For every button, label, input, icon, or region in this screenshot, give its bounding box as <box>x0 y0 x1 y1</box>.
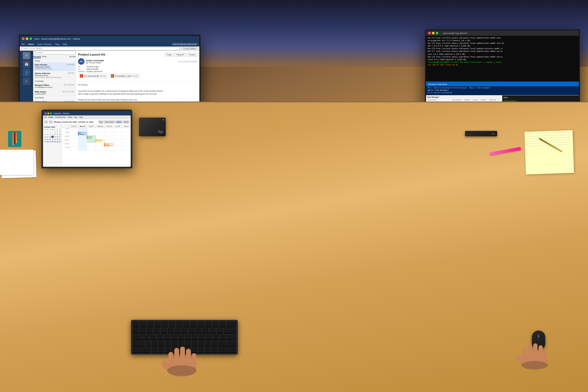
key-f8[interactable] <box>190 321 197 327</box>
cal-tab-home[interactable]: Home <box>48 116 53 118</box>
ribbon-file[interactable]: File <box>21 43 25 45</box>
cal-prev-btn[interactable]: < <box>44 121 48 123</box>
key-tab[interactable] <box>133 334 142 340</box>
key-o[interactable] <box>199 334 205 340</box>
cal-max[interactable] <box>50 112 52 114</box>
cal-event-lunch[interactable]: Lunch Meeting <box>105 143 113 147</box>
key-u[interactable] <box>185 334 191 340</box>
key-semicolon[interactable] <box>205 341 211 347</box>
cal-tab-file[interactable]: File <box>44 116 47 118</box>
key-bracket-r[interactable] <box>220 334 226 340</box>
key-minus[interactable] <box>210 328 216 334</box>
mcal-d13[interactable]: 9 <box>56 133 59 135</box>
mcal-d8[interactable]: 4 <box>44 133 46 135</box>
ribbon-view[interactable]: View <box>55 43 59 45</box>
cal-tab-send[interactable]: Send/Receive <box>55 116 66 118</box>
focused-tab[interactable]: Focused <box>33 56 41 58</box>
key-f4[interactable] <box>161 321 168 327</box>
key-t[interactable] <box>171 334 177 340</box>
mcal-d18-today[interactable]: 14 <box>51 136 53 138</box>
mcal-d7[interactable]: 3 <box>59 131 61 133</box>
key-3[interactable] <box>153 328 160 334</box>
mcal-d15[interactable]: 11 <box>44 136 46 138</box>
mcal-d19[interactable]: 15 <box>54 136 56 138</box>
cal-month-view[interactable]: Month <box>123 121 130 123</box>
calendar-nav-icon[interactable]: 📅 <box>23 60 30 68</box>
mcal-d33[interactable]: 29 <box>54 141 56 143</box>
close-btn[interactable] <box>22 37 25 40</box>
mcal-d2[interactable] <box>47 131 49 133</box>
mcal-d27[interactable]: 23 <box>56 138 59 140</box>
contacts-nav-icon[interactable]: 👤 <box>23 69 30 76</box>
tab-users[interactable]: Users <box>472 99 479 101</box>
other-tab[interactable]: Other <box>42 56 47 58</box>
by-date-btn[interactable]: By Date <box>69 56 76 58</box>
mcal-d6[interactable]: 2 <box>56 131 59 133</box>
ribbon-help[interactable]: Help <box>63 43 67 45</box>
mcal-d17[interactable]: 13 <box>49 136 51 138</box>
email-item-sylvia[interactable]: 9:55 AM Sylvia Johnson Marketing Notes H… <box>33 71 76 80</box>
key-f3[interactable] <box>154 321 161 327</box>
mcal-d14[interactable]: 10 <box>59 133 61 135</box>
mcal-d3[interactable] <box>49 131 51 133</box>
email-item-meagan[interactable]: Mon 3:30 PM Meagan Hilton Presentation a… <box>33 83 76 90</box>
terminal-close[interactable] <box>428 32 431 34</box>
cal-event-standup[interactable]: Team Standup <box>79 132 87 135</box>
mcal-d5[interactable]: 1 <box>54 131 56 133</box>
key-backspace[interactable] <box>223 328 236 334</box>
key-e[interactable] <box>157 334 163 340</box>
search-current-mailbox[interactable]: Search Current Mailbox <box>21 47 180 50</box>
minimize-btn[interactable] <box>26 37 28 40</box>
key-4[interactable] <box>161 328 167 334</box>
tab-services[interactable]: Services <box>488 99 497 101</box>
cal-min[interactable] <box>47 112 49 114</box>
mcal-d29[interactable]: 25 <box>44 141 46 143</box>
key-s[interactable] <box>152 341 158 347</box>
key-esc[interactable] <box>133 321 139 327</box>
key-bracket-l[interactable] <box>213 334 219 340</box>
key-a[interactable] <box>145 341 152 347</box>
key-f2[interactable] <box>147 321 154 327</box>
search-input[interactable]: 🔍 Search <box>33 51 76 55</box>
ribbon-send-receive[interactable]: Send / Receive <box>37 43 52 45</box>
cal-close[interactable] <box>45 112 47 114</box>
reply-all-button[interactable]: Reply All <box>175 53 185 56</box>
key-8[interactable] <box>188 328 195 334</box>
mcal-d10[interactable]: 6 <box>49 133 51 135</box>
email-item-kyle[interactable]: 10:35 AM Kyle Fischer Upgrading Assets? … <box>33 63 76 71</box>
terminal-max[interactable] <box>436 32 438 34</box>
key-tilde[interactable] <box>133 328 139 334</box>
key-del[interactable] <box>226 321 236 327</box>
key-f9[interactable] <box>198 321 204 327</box>
mcal-d26[interactable]: 22 <box>54 138 56 140</box>
tab-startup[interactable]: Startup <box>463 99 471 101</box>
cal-workweek-view[interactable]: Work Week <box>104 121 115 123</box>
mcal-d4[interactable] <box>51 131 53 133</box>
mcal-d30[interactable]: 26 <box>47 141 49 143</box>
mcal-d1[interactable] <box>44 131 46 133</box>
mcal-d9[interactable]: 5 <box>47 133 49 135</box>
key-2[interactable] <box>146 328 153 334</box>
key-f12[interactable] <box>219 321 226 327</box>
cal-tab-view[interactable]: View <box>74 116 78 118</box>
key-f7[interactable] <box>183 321 190 327</box>
key-9[interactable] <box>195 328 202 334</box>
key-0[interactable] <box>202 328 209 334</box>
terminal-min[interactable] <box>432 32 435 34</box>
key-enter[interactable] <box>227 334 236 340</box>
key-1[interactable] <box>140 328 146 334</box>
key-q[interactable] <box>143 334 149 340</box>
key-w[interactable] <box>150 334 156 340</box>
key-slash[interactable] <box>211 347 218 353</box>
key-enter-2[interactable] <box>218 341 236 347</box>
key-r[interactable] <box>164 334 170 340</box>
mcal-d23[interactable]: 19 <box>47 138 49 140</box>
mcal-d21[interactable]: 17 <box>59 136 61 138</box>
maximize-btn[interactable] <box>29 37 32 40</box>
tab-details[interactable]: Details <box>480 99 487 101</box>
key-shift-l[interactable] <box>133 347 151 353</box>
ribbon-home[interactable]: Home <box>28 43 34 45</box>
mcal-d34[interactable]: 30 <box>56 141 59 143</box>
key-period[interactable] <box>205 347 211 353</box>
cal-week-view[interactable]: Week <box>115 121 122 123</box>
